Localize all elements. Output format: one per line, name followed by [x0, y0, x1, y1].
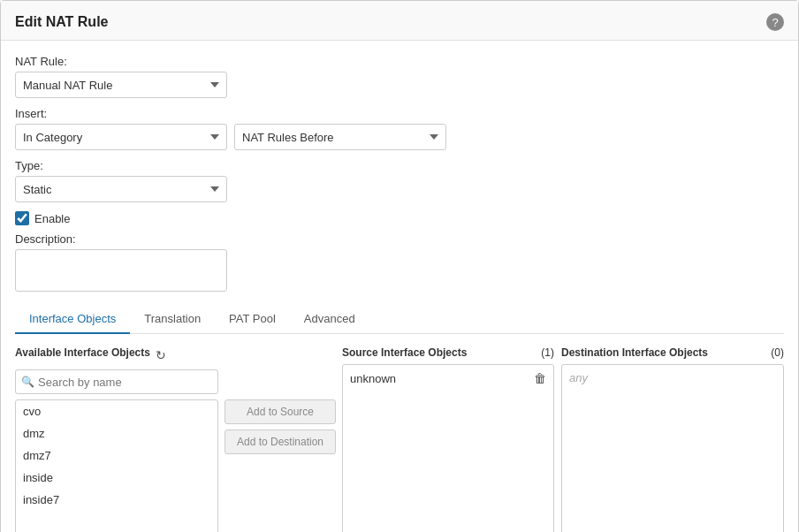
type-group: Type: Static	[15, 159, 784, 202]
search-box[interactable]: 🔍	[15, 369, 218, 394]
search-input[interactable]	[38, 376, 212, 389]
dest-list: any	[561, 364, 784, 532]
search-icon: 🔍	[21, 376, 34, 388]
description-group: Description:	[15, 232, 784, 294]
available-list: cvo dmz dmz7 inside inside7	[15, 399, 218, 532]
enable-label: Enable	[34, 212, 70, 225]
insert-group: Insert: In Category NAT Rules Before	[15, 107, 784, 150]
type-select[interactable]: Static	[15, 176, 227, 202]
edit-nat-rule-dialog: Edit NAT Rule ? NAT Rule: Manual NAT Rul…	[0, 0, 799, 532]
available-col: Available Interface Objects ↻ 🔍 cvo dmz …	[15, 346, 218, 532]
nat-rule-label: NAT Rule:	[15, 55, 784, 68]
dest-header-row: Destination Interface Objects (0)	[561, 346, 784, 359]
nat-rule-select[interactable]: Manual NAT Rule	[15, 72, 227, 98]
dest-count: (0)	[771, 346, 784, 359]
dest-any-placeholder: any	[562, 367, 783, 389]
list-item[interactable]: dmz	[16, 422, 217, 445]
dest-col: Destination Interface Objects (0) any	[554, 346, 784, 532]
type-label: Type:	[15, 159, 784, 172]
tab-pat-pool[interactable]: PAT Pool	[215, 305, 290, 334]
add-to-destination-button[interactable]: Add to Destination	[224, 429, 336, 454]
dialog-title: Edit NAT Rule	[15, 14, 108, 30]
tab-advanced[interactable]: Advanced	[290, 305, 369, 334]
available-header-row: Available Interface Objects ↻	[15, 346, 218, 364]
source-count: (1)	[541, 346, 554, 359]
insert-category-select[interactable]: In Category	[15, 124, 227, 150]
source-item-name: unknown	[350, 372, 396, 385]
source-item: unknown 🗑	[343, 367, 553, 390]
help-icon[interactable]: ?	[766, 13, 784, 31]
list-item[interactable]: dmz7	[16, 445, 217, 467]
list-item[interactable]: cvo	[16, 400, 217, 422]
tab-content-interface-objects: Available Interface Objects ↻ 🔍 cvo dmz …	[15, 334, 784, 532]
insert-label: Insert:	[15, 107, 784, 120]
list-item[interactable]: inside7	[16, 489, 217, 511]
tab-translation[interactable]: Translation	[130, 305, 215, 334]
dialog-header: Edit NAT Rule ?	[1, 1, 798, 41]
source-header-row: Source Interface Objects (1)	[342, 346, 554, 359]
source-header: Source Interface Objects	[342, 346, 467, 359]
tab-interface-objects[interactable]: Interface Objects	[15, 305, 130, 334]
list-item[interactable]: inside	[16, 467, 217, 489]
refresh-icon[interactable]: ↻	[156, 348, 166, 362]
enable-row: Enable	[15, 211, 784, 225]
tabs-bar: Interface Objects Translation PAT Pool A…	[15, 305, 784, 334]
description-textarea[interactable]	[15, 249, 227, 292]
add-to-source-button[interactable]: Add to Source	[224, 399, 336, 424]
source-col: Source Interface Objects (1) unknown 🗑	[342, 346, 554, 532]
dest-header: Destination Interface Objects	[561, 346, 708, 359]
description-label: Description:	[15, 232, 784, 246]
available-header: Available Interface Objects	[15, 346, 150, 359]
insert-position-select[interactable]: NAT Rules Before	[234, 124, 446, 150]
nat-rule-group: NAT Rule: Manual NAT Rule	[15, 55, 784, 98]
delete-source-item-icon[interactable]: 🗑	[534, 371, 546, 385]
enable-checkbox[interactable]	[15, 211, 29, 225]
dialog-body: NAT Rule: Manual NAT Rule Insert: In Cat…	[1, 41, 798, 532]
middle-buttons: Add to Source Add to Destination	[218, 346, 342, 532]
insert-row: In Category NAT Rules Before	[15, 124, 784, 150]
source-list: unknown 🗑	[342, 364, 554, 532]
